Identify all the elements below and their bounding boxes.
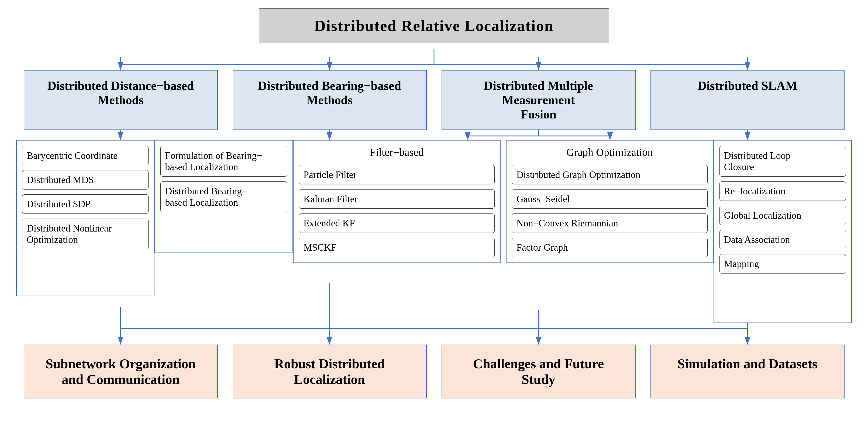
level1-label-fusion: Distributed Multiple MeasurementFusion — [484, 79, 593, 121]
level2-box-bearing: Formulation of Bearing−based Localizatio… — [154, 140, 293, 253]
level3-label-simulation: Simulation and Datasets — [677, 356, 817, 371]
item-loop-closure: Distributed LoopClosure — [719, 146, 846, 177]
item-global-loc: Global Localization — [719, 206, 846, 225]
level3-box-challenges: Challenges and FutureStudy — [441, 345, 636, 399]
item-ekf: Extended KF — [299, 213, 495, 233]
item-mds: Distributed MDS — [22, 170, 149, 190]
item-bearing-formulation: Formulation of Bearing−based Localizatio… — [160, 146, 287, 177]
item-bearing-distributed: Distributed Bearing−based Localization — [160, 181, 287, 212]
level2-container: Barycentric Coordinate Distributed MDS D… — [0, 140, 868, 323]
level2-fusion-wrapper: Filter−based Particle Filter Kalman Filt… — [293, 140, 714, 263]
level2-filter-box: Filter−based Particle Filter Kalman Filt… — [293, 140, 501, 263]
diagram: Distributed Relative Localization Distri… — [0, 0, 868, 445]
level3-label-subnetwork: Subnetwork Organizationand Communication — [45, 356, 196, 387]
level3-label-robust: Robust DistributedLocalization — [274, 356, 385, 387]
item-relocalization: Re−localization — [719, 181, 846, 201]
graph-header: Graph Optimization — [512, 146, 708, 161]
item-msckf: MSCKF — [299, 238, 495, 257]
item-mapping: Mapping — [719, 254, 846, 274]
level1-box-slam: Distributed SLAM — [650, 70, 844, 130]
level3-box-subnetwork: Subnetwork Organizationand Communication — [24, 345, 218, 399]
level1-box-bearing: Distributed Bearing−basedMethods — [232, 70, 427, 130]
item-kalman: Kalman Filter — [299, 189, 495, 209]
level3-box-simulation: Simulation and Datasets — [650, 345, 844, 399]
level1-container: Distributed Distance−basedMethods Distri… — [0, 70, 868, 130]
level1-box-distance: Distributed Distance−basedMethods — [24, 70, 218, 130]
root-label: Distributed Relative Localization — [314, 17, 554, 34]
item-nonlinear: Distributed NonlinearOptimization — [22, 218, 149, 249]
item-data-assoc: Data Association — [719, 230, 846, 249]
item-sdp: Distributed SDP — [22, 194, 149, 214]
level3-box-robust: Robust DistributedLocalization — [232, 345, 427, 399]
item-factor-graph: Factor Graph — [512, 238, 708, 257]
level3-container: Subnetwork Organizationand Communication… — [0, 345, 868, 399]
level1-label-distance: Distributed Distance−basedMethods — [48, 79, 194, 107]
level2-fusion-dual: Filter−based Particle Filter Kalman Filt… — [293, 140, 714, 263]
level3-label-challenges: Challenges and FutureStudy — [473, 356, 604, 387]
level2-graph-box: Graph Optimization Distributed Graph Opt… — [506, 140, 714, 263]
item-particle: Particle Filter — [299, 165, 495, 184]
level1-label-bearing: Distributed Bearing−basedMethods — [258, 79, 401, 107]
level1-label-slam: Distributed SLAM — [698, 79, 797, 93]
item-nonconvex: Non−Convex Riemannian — [512, 213, 708, 233]
level1-box-fusion: Distributed Multiple MeasurementFusion — [441, 70, 636, 130]
item-barycentric: Barycentric Coordinate — [22, 146, 149, 165]
item-dist-graph: Distributed Graph Optimization — [512, 165, 708, 184]
level2-box-distance: Barycentric Coordinate Distributed MDS D… — [16, 140, 154, 296]
root-node: Distributed Relative Localization — [259, 8, 609, 43]
filter-header: Filter−based — [299, 146, 495, 161]
item-gauss-seidel: Gauss−Seidel — [512, 189, 708, 209]
level2-box-slam: Distributed LoopClosure Re−localization … — [714, 140, 852, 323]
